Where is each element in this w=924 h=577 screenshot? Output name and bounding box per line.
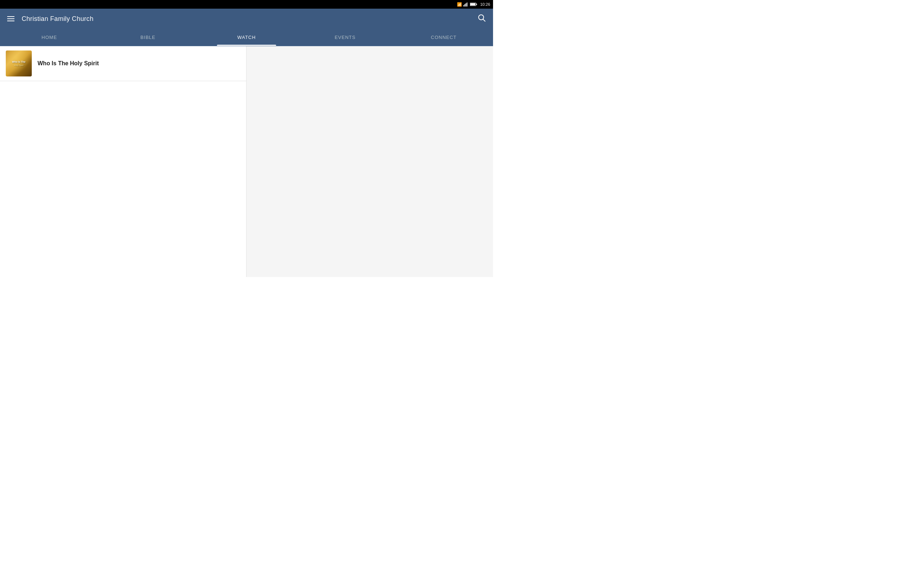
tab-home[interactable]: HOME: [0, 29, 99, 46]
tab-events[interactable]: EVENTS: [296, 29, 394, 46]
thumbnail-image: Who Is The Holy Spiri: [6, 50, 32, 76]
status-bar: 📶 10:26: [0, 0, 493, 9]
battery-icon: [470, 2, 477, 6]
app-title: Christian Family Church: [22, 15, 94, 23]
svg-rect-3: [467, 3, 467, 6]
list-item[interactable]: Who Is The Holy Spiri Who Is The Holy Sp…: [0, 46, 246, 81]
content-list: Who Is The Holy Spiri Who Is The Holy Sp…: [0, 46, 247, 277]
svg-line-8: [483, 19, 485, 22]
svg-rect-6: [470, 3, 475, 5]
status-icons: 📶 10:26: [457, 2, 490, 7]
main-content: Who Is The Holy Spiri Who Is The Holy Sp…: [0, 46, 493, 277]
content-right: [247, 46, 493, 277]
svg-rect-2: [465, 3, 466, 6]
tab-connect[interactable]: CONNECT: [394, 29, 493, 46]
svg-rect-5: [477, 3, 477, 5]
app-bar-left: Christian Family Church: [6, 15, 94, 23]
svg-rect-1: [465, 4, 465, 6]
app-bar: Christian Family Church: [0, 9, 493, 29]
svg-rect-0: [464, 5, 464, 6]
wifi-icon: 📶: [457, 2, 462, 7]
tab-watch[interactable]: WATCH: [197, 29, 296, 46]
search-button[interactable]: [476, 12, 487, 26]
tab-bible[interactable]: BIBLE: [99, 29, 197, 46]
navigation-tabs: HOME BIBLE WATCH EVENTS CONNECT: [0, 29, 493, 46]
signal-icon: [464, 2, 468, 6]
content-area: Who Is The Holy Spiri Who Is The Holy Sp…: [0, 46, 493, 277]
item-thumbnail: Who Is The Holy Spiri: [6, 50, 32, 76]
menu-button[interactable]: [6, 15, 16, 23]
status-time: 10:26: [480, 2, 490, 6]
item-title: Who Is The Holy Spirit: [37, 60, 99, 68]
